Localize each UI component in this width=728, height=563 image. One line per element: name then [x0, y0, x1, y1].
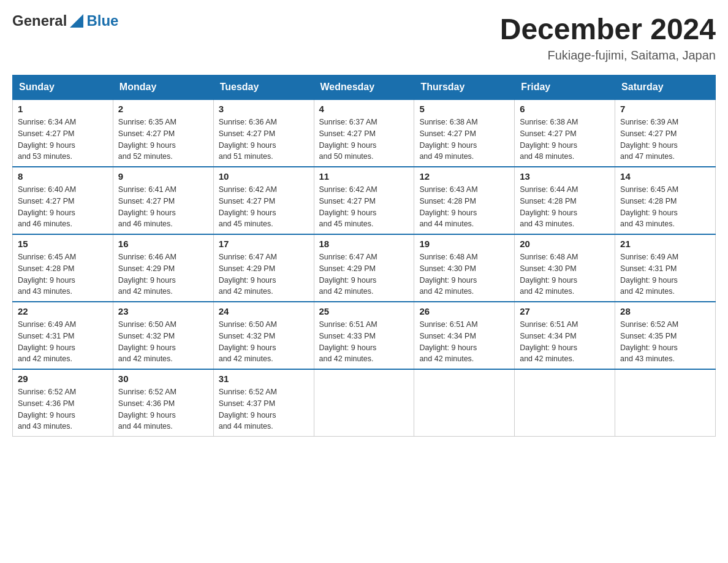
- day-info: Sunrise: 6:35 AM Sunset: 4:27 PM Dayligh…: [118, 117, 208, 163]
- calendar-cell: 2 Sunrise: 6:35 AM Sunset: 4:27 PM Dayli…: [113, 99, 213, 167]
- calendar-cell: 21 Sunrise: 6:49 AM Sunset: 4:31 PM Dayl…: [615, 234, 716, 302]
- day-info: Sunrise: 6:47 AM Sunset: 4:29 PM Dayligh…: [219, 251, 309, 297]
- logo-blue-text: Blue: [86, 12, 118, 29]
- day-number: 31: [219, 373, 309, 384]
- day-number: 4: [319, 104, 409, 114]
- week-row-5: 29 Sunrise: 6:52 AM Sunset: 4:36 PM Dayl…: [13, 369, 716, 437]
- day-number: 9: [118, 171, 208, 182]
- calendar-cell: 6 Sunrise: 6:38 AM Sunset: 4:27 PM Dayli…: [515, 99, 615, 167]
- logo-general-text: General: [12, 12, 67, 29]
- day-number: 23: [118, 306, 208, 316]
- calendar-cell: 25 Sunrise: 6:51 AM Sunset: 4:33 PM Dayl…: [314, 302, 414, 369]
- day-number: 5: [419, 104, 509, 114]
- day-info: Sunrise: 6:38 AM Sunset: 4:27 PM Dayligh…: [520, 117, 610, 163]
- week-row-2: 8 Sunrise: 6:40 AM Sunset: 4:27 PM Dayli…: [13, 167, 716, 234]
- col-header-monday: Monday: [113, 75, 213, 100]
- calendar-cell: 23 Sunrise: 6:50 AM Sunset: 4:32 PM Dayl…: [113, 302, 213, 369]
- day-info: Sunrise: 6:52 AM Sunset: 4:36 PM Dayligh…: [18, 386, 108, 432]
- day-number: 11: [319, 171, 409, 182]
- calendar-cell: 30 Sunrise: 6:52 AM Sunset: 4:36 PM Dayl…: [113, 369, 213, 437]
- title-block: December 2024 Fukiage-fujimi, Saitama, J…: [500, 12, 716, 63]
- day-info: Sunrise: 6:39 AM Sunset: 4:27 PM Dayligh…: [620, 117, 710, 163]
- day-info: Sunrise: 6:48 AM Sunset: 4:30 PM Dayligh…: [520, 251, 610, 297]
- day-info: Sunrise: 6:44 AM Sunset: 4:28 PM Dayligh…: [520, 184, 610, 230]
- calendar-cell: [615, 369, 716, 437]
- day-number: 8: [18, 171, 108, 182]
- calendar-cell: 1 Sunrise: 6:34 AM Sunset: 4:27 PM Dayli…: [13, 99, 113, 167]
- day-info: Sunrise: 6:51 AM Sunset: 4:34 PM Dayligh…: [520, 319, 610, 365]
- day-number: 3: [219, 104, 309, 114]
- col-header-saturday: Saturday: [615, 75, 716, 100]
- calendar-cell: 5 Sunrise: 6:38 AM Sunset: 4:27 PM Dayli…: [414, 99, 515, 167]
- day-info: Sunrise: 6:49 AM Sunset: 4:31 PM Dayligh…: [18, 319, 108, 365]
- calendar-cell: 18 Sunrise: 6:47 AM Sunset: 4:29 PM Dayl…: [314, 234, 414, 302]
- col-header-sunday: Sunday: [13, 75, 113, 100]
- calendar-cell: 7 Sunrise: 6:39 AM Sunset: 4:27 PM Dayli…: [615, 99, 716, 167]
- calendar-cell: 26 Sunrise: 6:51 AM Sunset: 4:34 PM Dayl…: [414, 302, 515, 369]
- calendar-cell: 16 Sunrise: 6:46 AM Sunset: 4:29 PM Dayl…: [113, 234, 213, 302]
- calendar-cell: 31 Sunrise: 6:52 AM Sunset: 4:37 PM Dayl…: [213, 369, 314, 437]
- day-number: 10: [219, 171, 309, 182]
- day-info: Sunrise: 6:42 AM Sunset: 4:27 PM Dayligh…: [319, 184, 409, 230]
- location-title: Fukiage-fujimi, Saitama, Japan: [500, 48, 716, 63]
- day-info: Sunrise: 6:37 AM Sunset: 4:27 PM Dayligh…: [319, 117, 409, 163]
- day-number: 16: [118, 239, 208, 249]
- day-number: 6: [520, 104, 610, 114]
- day-info: Sunrise: 6:52 AM Sunset: 4:36 PM Dayligh…: [118, 386, 208, 432]
- day-info: Sunrise: 6:51 AM Sunset: 4:34 PM Dayligh…: [419, 319, 509, 365]
- day-number: 22: [18, 306, 108, 316]
- day-number: 25: [319, 306, 409, 316]
- col-header-wednesday: Wednesday: [314, 75, 414, 100]
- calendar-table: SundayMondayTuesdayWednesdayThursdayFrid…: [12, 75, 716, 437]
- calendar-cell: 28 Sunrise: 6:52 AM Sunset: 4:35 PM Dayl…: [615, 302, 716, 369]
- week-row-3: 15 Sunrise: 6:45 AM Sunset: 4:28 PM Dayl…: [13, 234, 716, 302]
- day-number: 29: [18, 373, 108, 384]
- day-info: Sunrise: 6:52 AM Sunset: 4:35 PM Dayligh…: [620, 319, 710, 365]
- day-number: 27: [520, 306, 610, 316]
- calendar-cell: 17 Sunrise: 6:47 AM Sunset: 4:29 PM Dayl…: [213, 234, 314, 302]
- day-number: 20: [520, 239, 610, 249]
- day-number: 17: [219, 239, 309, 249]
- day-info: Sunrise: 6:41 AM Sunset: 4:27 PM Dayligh…: [118, 184, 208, 230]
- day-info: Sunrise: 6:40 AM Sunset: 4:27 PM Dayligh…: [18, 184, 108, 230]
- calendar-cell: 9 Sunrise: 6:41 AM Sunset: 4:27 PM Dayli…: [113, 167, 213, 234]
- logo: General Blue: [12, 12, 118, 29]
- day-info: Sunrise: 6:45 AM Sunset: 4:28 PM Dayligh…: [18, 251, 108, 297]
- day-number: 15: [18, 239, 108, 249]
- day-number: 2: [118, 104, 208, 114]
- calendar-cell: 22 Sunrise: 6:49 AM Sunset: 4:31 PM Dayl…: [13, 302, 113, 369]
- day-info: Sunrise: 6:49 AM Sunset: 4:31 PM Dayligh…: [620, 251, 710, 297]
- day-info: Sunrise: 6:51 AM Sunset: 4:33 PM Dayligh…: [319, 319, 409, 365]
- day-number: 12: [419, 171, 509, 182]
- day-number: 26: [419, 306, 509, 316]
- day-info: Sunrise: 6:48 AM Sunset: 4:30 PM Dayligh…: [419, 251, 509, 297]
- day-info: Sunrise: 6:38 AM Sunset: 4:27 PM Dayligh…: [419, 117, 509, 163]
- day-number: 13: [520, 171, 610, 182]
- col-header-tuesday: Tuesday: [213, 75, 314, 100]
- calendar-cell: 14 Sunrise: 6:45 AM Sunset: 4:28 PM Dayl…: [615, 167, 716, 234]
- calendar-cell: [414, 369, 515, 437]
- day-number: 21: [620, 239, 710, 249]
- day-info: Sunrise: 6:43 AM Sunset: 4:28 PM Dayligh…: [419, 184, 509, 230]
- day-info: Sunrise: 6:50 AM Sunset: 4:32 PM Dayligh…: [219, 319, 309, 365]
- calendar-cell: [314, 369, 414, 437]
- svg-marker-0: [70, 14, 83, 28]
- calendar-cell: 3 Sunrise: 6:36 AM Sunset: 4:27 PM Dayli…: [213, 99, 314, 167]
- calendar-cell: 27 Sunrise: 6:51 AM Sunset: 4:34 PM Dayl…: [515, 302, 615, 369]
- day-info: Sunrise: 6:42 AM Sunset: 4:27 PM Dayligh…: [219, 184, 309, 230]
- day-info: Sunrise: 6:52 AM Sunset: 4:37 PM Dayligh…: [219, 386, 309, 432]
- page-header: General Blue December 2024 Fukiage-fujim…: [12, 12, 716, 63]
- month-title: December 2024: [500, 12, 716, 46]
- day-info: Sunrise: 6:46 AM Sunset: 4:29 PM Dayligh…: [118, 251, 208, 297]
- day-info: Sunrise: 6:45 AM Sunset: 4:28 PM Dayligh…: [620, 184, 710, 230]
- calendar-cell: 10 Sunrise: 6:42 AM Sunset: 4:27 PM Dayl…: [213, 167, 314, 234]
- col-header-friday: Friday: [515, 75, 615, 100]
- day-number: 19: [419, 239, 509, 249]
- calendar-cell: 13 Sunrise: 6:44 AM Sunset: 4:28 PM Dayl…: [515, 167, 615, 234]
- calendar-cell: 24 Sunrise: 6:50 AM Sunset: 4:32 PM Dayl…: [213, 302, 314, 369]
- calendar-cell: 20 Sunrise: 6:48 AM Sunset: 4:30 PM Dayl…: [515, 234, 615, 302]
- calendar-cell: 29 Sunrise: 6:52 AM Sunset: 4:36 PM Dayl…: [13, 369, 113, 437]
- day-number: 24: [219, 306, 309, 316]
- day-info: Sunrise: 6:50 AM Sunset: 4:32 PM Dayligh…: [118, 319, 208, 365]
- col-header-thursday: Thursday: [414, 75, 515, 100]
